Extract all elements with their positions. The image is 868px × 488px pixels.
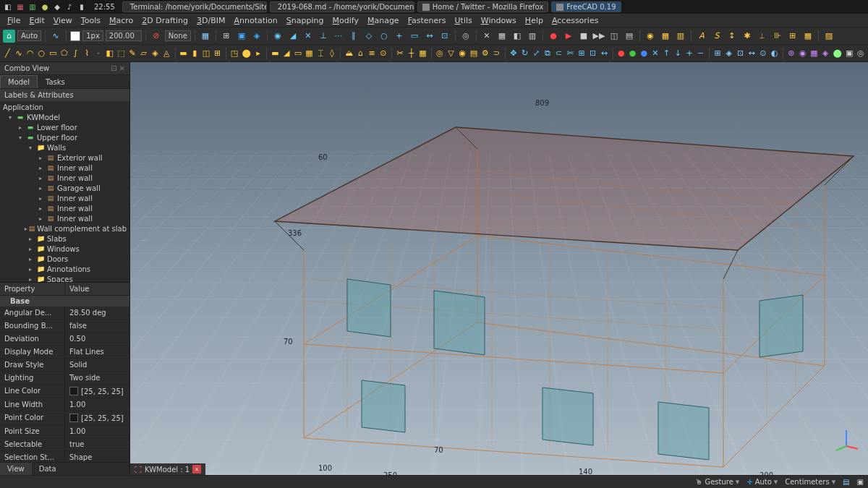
- property-value[interactable]: Solid: [65, 359, 91, 371]
- red-btn-icon[interactable]: ●: [616, 47, 626, 60]
- manage3-icon[interactable]: ▦: [809, 47, 819, 60]
- window-icon[interactable]: ⊞: [213, 47, 222, 60]
- dim6-icon[interactable]: ▦: [801, 30, 814, 43]
- scale-combo[interactable]: 200.00: [106, 30, 142, 41]
- scale-icon[interactable]: ⤢: [532, 47, 541, 60]
- expand-arrow-icon[interactable]: ▾: [19, 134, 26, 141]
- text-a-icon[interactable]: A: [695, 30, 708, 43]
- property-value[interactable]: Two side: [65, 372, 104, 384]
- construction-combo[interactable]: None: [165, 30, 191, 41]
- property-row[interactable]: Bounding B...false: [0, 320, 129, 333]
- menu-icon[interactable]: ◧: [3, 2, 13, 12]
- array-icon[interactable]: ⊞: [577, 47, 587, 60]
- property-value[interactable]: Shape: [65, 451, 96, 462]
- property-row[interactable]: Line Width1.00: [0, 398, 129, 411]
- expand-arrow-icon[interactable]: ▸: [39, 205, 46, 212]
- menu-modify[interactable]: Modify: [328, 14, 362, 27]
- del-icon[interactable]: ✕: [651, 47, 660, 60]
- linewidth-combo[interactable]: 1px: [82, 30, 103, 41]
- snap-angle-icon[interactable]: ◢: [286, 30, 299, 43]
- grid-toggle-icon[interactable]: ▦: [199, 30, 212, 43]
- part-icon[interactable]: ◎: [459, 30, 472, 43]
- wall-icon[interactable]: ▬: [179, 47, 188, 60]
- cone-icon[interactable]: ▸: [254, 47, 263, 60]
- proj-icon[interactable]: ▽: [446, 47, 456, 60]
- hatch-icon[interactable]: ▨: [822, 30, 835, 43]
- tool4-icon[interactable]: ▥: [526, 30, 539, 43]
- expand-arrow-icon[interactable]: ▸: [29, 236, 36, 242]
- volume-icon[interactable]: ♪: [64, 2, 75, 12]
- menu-accessories[interactable]: Accessories: [548, 14, 603, 27]
- menu-3dbim[interactable]: 3D/BIM: [192, 14, 229, 27]
- mat1-icon[interactable]: ◉: [644, 30, 657, 43]
- bspline-icon[interactable]: ∫: [71, 47, 80, 60]
- line-icon[interactable]: ╱: [3, 47, 12, 60]
- menu-macro[interactable]: Macro: [105, 14, 137, 27]
- cyl-icon[interactable]: ⬤: [241, 47, 251, 60]
- axis-gizmo[interactable]: [832, 424, 861, 453]
- tab-model[interactable]: Model: [0, 75, 38, 88]
- equip-icon[interactable]: ⚙: [480, 47, 490, 60]
- menu-file[interactable]: File: [3, 14, 25, 27]
- struct-icon[interactable]: ▮: [190, 47, 200, 60]
- roof-icon[interactable]: ◢: [282, 47, 292, 60]
- property-row[interactable]: Point Color[25, 25, 25]: [0, 411, 129, 425]
- dimension-auto-selector[interactable]: ✛ Auto▼: [746, 478, 778, 486]
- stairs-icon[interactable]: ⌶: [316, 47, 326, 60]
- dim3-icon[interactable]: ⟂: [756, 30, 769, 43]
- property-value[interactable]: [25, 25, 25]: [65, 385, 128, 398]
- property-row[interactable]: Display ModeFlat Lines: [0, 346, 129, 359]
- expand-arrow-icon[interactable]: ▸: [39, 185, 46, 192]
- view3-icon[interactable]: ⊡: [736, 47, 745, 60]
- auto-dropdown[interactable]: Auto: [17, 30, 41, 41]
- tree-item[interactable]: ▸▤Inner wall: [0, 163, 129, 173]
- expand-arrow-icon[interactable]: ▸: [39, 165, 46, 171]
- arc-icon[interactable]: ◠: [25, 47, 35, 60]
- property-value[interactable]: 1.00: [65, 398, 90, 411]
- menu-view[interactable]: View: [49, 14, 77, 27]
- clone-icon[interactable]: ⊡: [588, 47, 597, 60]
- dim2-icon[interactable]: ✱: [741, 30, 754, 43]
- menu-manage[interactable]: Manage: [363, 14, 404, 27]
- manage1-icon[interactable]: ⊛: [787, 47, 796, 60]
- mat2-icon[interactable]: ▦: [659, 30, 672, 43]
- snap-parallel-icon[interactable]: ∥: [347, 30, 360, 43]
- property-value[interactable]: Flat Lines: [65, 346, 109, 358]
- face-icon[interactable]: ◧: [105, 47, 114, 60]
- rebar-icon[interactable]: ◫: [202, 47, 211, 60]
- menu-snapping[interactable]: Snapping: [282, 14, 328, 27]
- expand-arrow-icon[interactable]: ▸: [39, 175, 46, 181]
- menu-2ddrafting[interactable]: 2D Drafting: [137, 14, 192, 27]
- tree-item[interactable]: ▾▬KWModel: [0, 112, 129, 122]
- tree-item[interactable]: ▸📁Spaces: [0, 274, 129, 282]
- manage2-icon[interactable]: ◉: [798, 47, 807, 60]
- snap-special-icon[interactable]: ◇: [362, 30, 375, 43]
- tree-item[interactable]: ▸▤Inner wall: [0, 173, 129, 183]
- tree-item[interactable]: ▸📁Doors: [0, 254, 129, 264]
- grid2-icon[interactable]: ▦: [418, 47, 427, 60]
- view5-icon[interactable]: ⊙: [759, 47, 768, 60]
- menu-windows[interactable]: Windows: [477, 14, 521, 27]
- stop-icon[interactable]: ■: [577, 30, 590, 43]
- building-icon[interactable]: ⌂: [356, 47, 365, 60]
- snap-ext-icon[interactable]: ⋯: [332, 30, 345, 43]
- site-icon[interactable]: ⛰: [344, 47, 354, 60]
- snap-wp-icon[interactable]: ▭: [408, 30, 421, 43]
- menu-edit[interactable]: Edit: [25, 14, 48, 27]
- tree-item[interactable]: ▸▤Inner wall: [0, 203, 129, 213]
- offset-icon[interactable]: ⊂: [554, 47, 563, 60]
- play-icon[interactable]: ▶: [562, 30, 575, 43]
- polygon-icon[interactable]: ⬠: [60, 47, 69, 60]
- tool2-icon[interactable]: ▦: [495, 30, 509, 43]
- manage4-icon[interactable]: ◈: [821, 47, 830, 60]
- move-icon[interactable]: ✥: [509, 47, 518, 60]
- taskbar-app[interactable]: 2019-068.md - /home/yorik/Document...: [270, 1, 414, 12]
- tree-item[interactable]: ▸📁Slabs: [0, 234, 129, 244]
- box-icon[interactable]: ◳: [230, 47, 239, 60]
- bezier-icon[interactable]: ⌇: [82, 47, 92, 60]
- lock-icon[interactable]: ●: [40, 2, 50, 12]
- tool-b-icon[interactable]: ▤: [623, 30, 636, 43]
- property-value[interactable]: false: [65, 320, 91, 332]
- panel-icon[interactable]: ▭: [294, 47, 303, 60]
- snap-intersect-icon[interactable]: ✕: [302, 30, 315, 43]
